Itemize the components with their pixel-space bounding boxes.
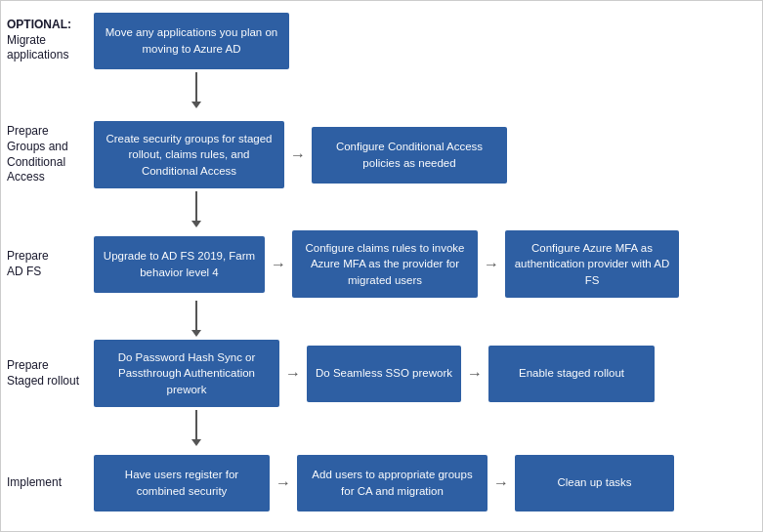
row-groups-ca: PrepareGroups andConditionalAccess Creat… bbox=[1, 118, 762, 191]
box-seamless-sso: Do Seamless SSO prework bbox=[307, 346, 461, 402]
box-claims-rules: Configure claims rules to invoke Azure M… bbox=[292, 230, 478, 297]
label-optional: OPTIONAL:Migrateapplications bbox=[1, 14, 94, 67]
box-users-register: Have users register for combined securit… bbox=[94, 455, 270, 512]
label-implement: Implement bbox=[1, 471, 94, 495]
box-enable-staged-rollout: Enable staged rollout bbox=[488, 346, 655, 402]
row-implement: Implement Have users register for combin… bbox=[1, 446, 762, 519]
box-migrate-apps: Move any applications you plan on moving… bbox=[94, 13, 289, 69]
arrow-h-2b: → bbox=[478, 256, 505, 273]
row-adfs: PrepareAD FS Upgrade to AD FS 2019, Farm… bbox=[1, 227, 762, 301]
box-phs-pta: Do Password Hash Sync or Passthrough Aut… bbox=[94, 340, 279, 406]
boxes-optional: Move any applications you plan on moving… bbox=[94, 13, 762, 69]
arrow-h-4b: → bbox=[487, 474, 515, 492]
boxes-groups-ca: Create security groups for staged rollou… bbox=[94, 121, 762, 187]
arrow-h-1: → bbox=[284, 146, 312, 164]
label-staged-rollout: PrepareStaged rollout bbox=[1, 354, 94, 392]
label-groups-ca: PrepareGroups andConditionalAccess bbox=[1, 120, 94, 188]
box-configure-ca: Configure Conditional Access policies as… bbox=[312, 127, 507, 184]
diagram-container: OPTIONAL:Migrateapplications Move any ap… bbox=[0, 0, 763, 532]
row-staged-rollout: PrepareStaged rollout Do Password Hash S… bbox=[1, 337, 762, 410]
box-upgrade-adfs: Upgrade to AD FS 2019, Farm behavior lev… bbox=[94, 236, 265, 293]
label-adfs: PrepareAD FS bbox=[1, 245, 94, 283]
box-azure-mfa-adfs: Configure Azure MFA as authentication pr… bbox=[505, 230, 679, 297]
arrow-h-4a: → bbox=[270, 474, 297, 492]
boxes-adfs: Upgrade to AD FS 2019, Farm behavior lev… bbox=[94, 230, 762, 297]
arrow-h-3a: → bbox=[279, 365, 307, 383]
row-optional: OPTIONAL:Migrateapplications Move any ap… bbox=[1, 9, 762, 72]
box-add-users-groups: Add users to appropriate groups for CA a… bbox=[297, 455, 487, 512]
boxes-staged-rollout: Do Password Hash Sync or Passthrough Aut… bbox=[94, 340, 762, 406]
arrow-h-3b: → bbox=[461, 365, 488, 383]
box-create-security-groups: Create security groups for staged rollou… bbox=[94, 121, 284, 187]
boxes-implement: Have users register for combined securit… bbox=[94, 455, 762, 512]
box-cleanup-tasks: Clean up tasks bbox=[515, 455, 674, 512]
arrow-h-2a: → bbox=[265, 256, 292, 273]
